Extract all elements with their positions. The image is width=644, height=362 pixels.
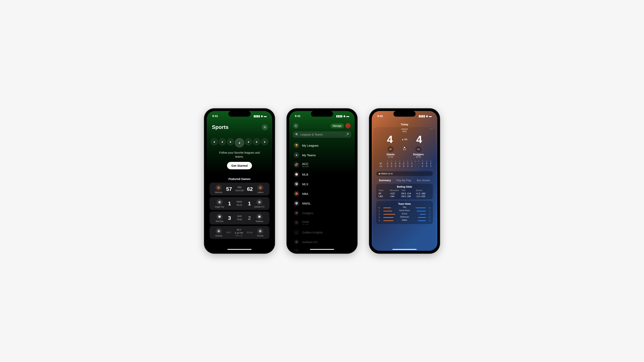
line-score: 123456789RHESF0000022--462LA0000040--481 xyxy=(376,159,433,169)
league-pill[interactable]: ● xyxy=(210,138,218,146)
score-home: 4 xyxy=(408,133,431,145)
list-item[interactable]: ⚽ MLS xyxy=(289,179,355,189)
tab-box-scores[interactable]: Box Scores xyxy=(417,179,430,182)
game-card[interactable]: ⚽ Orlando 9-5-7 MLS 6:30 PM ORL (-1) 3-9… xyxy=(210,226,270,239)
box-cell: 0 xyxy=(410,165,414,168)
list-item[interactable]: ⚾ Dodgers xyxy=(289,208,355,218)
team-abbr: SF xyxy=(376,162,386,165)
league-label: MLB xyxy=(232,215,247,217)
list-label: Lakers xyxy=(302,250,311,251)
today-header: Today xyxy=(372,122,437,126)
home-indicator[interactable] xyxy=(392,249,416,250)
list-icon: ★ xyxy=(294,152,299,158)
list-label-wrap: NBA xyxy=(302,192,308,195)
team-away[interactable]: SF Giants 37-32 xyxy=(378,146,403,158)
stat-bar: Strikeouts xyxy=(384,216,426,219)
league-pill[interactable]: ● xyxy=(253,138,260,146)
box-cell: 4 xyxy=(420,165,425,168)
list-item[interactable]: ⚽ Gotham FC xyxy=(289,237,355,247)
status-label: 6:30 PM xyxy=(232,232,246,234)
team-home[interactable]: LA Dodgers 39-31 xyxy=(406,146,431,158)
list-label-wrap: Lakers xyxy=(302,250,311,251)
team-logo-icon: SF xyxy=(388,146,394,152)
list-item[interactable]: 🏈 ACC NCAAM xyxy=(289,160,355,170)
team-away: ⚽ Angel City xyxy=(212,199,227,208)
box-cell: - xyxy=(417,165,420,168)
league-pill[interactable]: ● xyxy=(235,138,244,148)
stat-value-away: 2 xyxy=(378,213,382,215)
manage-button[interactable]: Manage xyxy=(330,123,344,128)
status-label: Final xyxy=(232,218,247,221)
panel-title: Team Stats xyxy=(378,203,430,205)
list-item[interactable]: ⚾ MLB xyxy=(289,170,355,179)
game-card[interactable]: ⚽ Angel City 1 NWSL 63:21 1 ⚽ Gotham FC xyxy=(210,197,270,210)
menu-button[interactable]: ≡ xyxy=(262,124,268,130)
watch-button[interactable]: ▶ Watch on tv xyxy=(376,171,433,176)
list-label: My Teams xyxy=(302,153,316,157)
league-pill[interactable]: ● xyxy=(261,138,268,146)
avatar[interactable] xyxy=(346,123,351,128)
get-started-button[interactable]: Get Started xyxy=(227,162,252,169)
wifi-icon: ◈ xyxy=(343,114,346,118)
list-item[interactable]: ★ My Teams xyxy=(289,150,355,160)
team-name: Warriors xyxy=(212,191,225,193)
box-cell: - xyxy=(414,162,417,165)
list-item[interactable]: 🏒 Golden Knights xyxy=(289,227,355,237)
list-icon: ⚾ xyxy=(294,172,299,177)
list-icon: 🏀 xyxy=(294,220,299,225)
league-pill[interactable]: ● xyxy=(245,138,252,146)
stat-name: Home Runs xyxy=(399,209,410,212)
game-card[interactable]: 🏀 Warriors 57 NBA 3rd 8:39 62 🏀 Lakers xyxy=(210,183,270,195)
odds-header: Spread xyxy=(416,189,430,191)
box-cell: - xyxy=(417,162,420,165)
list-label-wrap: MLB xyxy=(302,173,308,176)
game-status: NWSL 63:21 xyxy=(232,201,247,207)
team-name: Lakers xyxy=(254,191,267,193)
game-detail-sheet: MLB 4 ▲ 8th 4 SF Giants 37-32 ◆ 2-2 xyxy=(373,127,436,251)
search-input[interactable]: 🔍 Leagues & Teams 🎤 xyxy=(293,131,351,138)
mic-icon[interactable]: 🎤 xyxy=(345,133,349,136)
team-logo-icon: 🏀 xyxy=(216,185,222,191)
team-away: ⚾ Red Sox xyxy=(212,214,227,222)
league-label: MLB xyxy=(376,130,433,132)
team-logo-icon: LA xyxy=(416,146,422,152)
league-pill[interactable]: ● xyxy=(226,138,234,146)
list-item[interactable]: 🏀 NBA xyxy=(289,189,355,199)
list-sublabel: NCAAM xyxy=(302,166,309,168)
list-icon: 🏆 xyxy=(294,143,299,148)
box-cell: 0 xyxy=(394,165,398,168)
home-indicator[interactable] xyxy=(228,249,252,250)
team-away: 🏀 Warriors xyxy=(212,185,225,193)
box-cell: 0 xyxy=(390,162,394,165)
status-time: 9:41 xyxy=(377,114,383,118)
sheet-grabber[interactable] xyxy=(401,129,408,129)
game-card[interactable]: ⚾ Red Sox 3 MLB Final 2 ⚾ Yankees xyxy=(210,212,270,224)
team-away: ⚽ Orlando xyxy=(212,228,226,237)
list-item[interactable]: 🏆 My Leagues xyxy=(289,141,355,150)
close-button[interactable]: ✕ xyxy=(293,123,298,128)
stat-bar: Home Runs xyxy=(384,210,426,212)
stat-row: 1 Home Runs 1 xyxy=(378,210,430,212)
team-abbr: LA xyxy=(376,165,386,168)
battery-icon: ▬ xyxy=(346,114,349,118)
list-icon: 🏈 xyxy=(294,162,299,168)
home-indicator[interactable] xyxy=(310,249,334,250)
team-name: Orlando xyxy=(212,235,226,237)
list-item[interactable]: ⚽ NWSL xyxy=(289,199,355,208)
game-status: MLB Final xyxy=(232,215,247,221)
box-cell: 4 xyxy=(420,162,425,165)
tab-summary[interactable]: Summary xyxy=(379,179,391,182)
list-item[interactable]: 🏀 Duke NCAAM xyxy=(289,218,355,227)
inning-label: ▲ 8th xyxy=(402,138,407,141)
box-cell: 2 xyxy=(410,162,414,165)
box-cell: 2 xyxy=(406,162,410,165)
status-time: 9:41 xyxy=(295,114,300,118)
league-pill[interactable]: ● xyxy=(218,138,226,146)
count-label: 2-2 xyxy=(403,148,406,151)
game-status: NBA 3rd 8:39 xyxy=(233,186,246,192)
betting-odds-panel: Betting Odds TeamMoneylineTotalSpread SF… xyxy=(376,184,433,199)
box-cell: 0 xyxy=(398,162,402,165)
tab-play-by-play[interactable]: Play-By-Play xyxy=(396,179,411,182)
list-label-wrap: Gotham FC xyxy=(302,240,318,244)
signal-icon: ▮▮▮▮ xyxy=(254,114,260,118)
